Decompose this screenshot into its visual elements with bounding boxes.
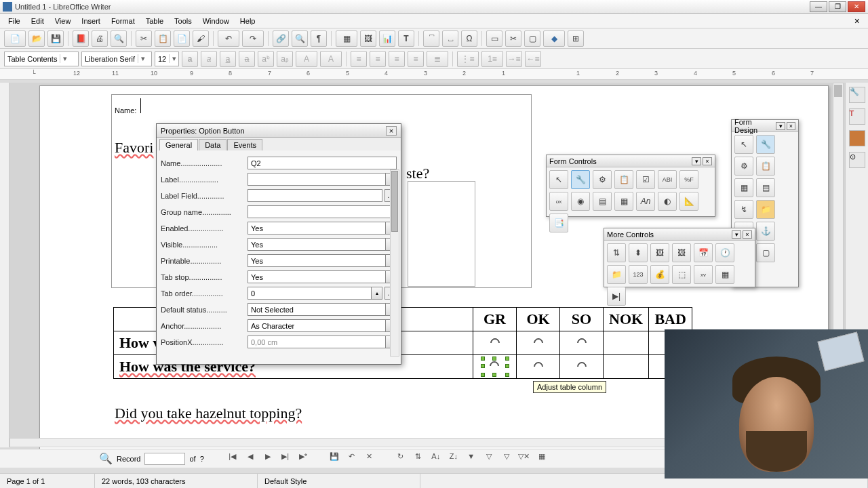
vertical-ruler[interactable] xyxy=(0,83,9,447)
align-left-button[interactable]: ≡ xyxy=(351,51,367,67)
menu-view[interactable]: View xyxy=(51,16,75,26)
bold-button[interactable]: a xyxy=(182,51,198,67)
panel-close-icon[interactable]: × xyxy=(743,230,752,239)
sidebar-gallery-icon[interactable] xyxy=(849,130,865,146)
super-button[interactable]: aᵇ xyxy=(258,51,274,67)
property-input[interactable]: Q2 xyxy=(248,157,397,169)
time-field-icon[interactable]: 🕐 xyxy=(715,243,734,262)
remove-filter-icon[interactable]: ▽✕ xyxy=(517,452,531,466)
image-button-icon[interactable]: 🖼 xyxy=(650,243,669,262)
properties-dialog[interactable]: Properties: Option Button × General Data… xyxy=(156,123,401,365)
nav-bar-icon[interactable]: ▶| xyxy=(607,287,626,306)
property-input[interactable]: 0 xyxy=(248,287,372,300)
activation-icon[interactable]: ↯ xyxy=(734,200,753,219)
header-button[interactable]: ⎴ xyxy=(423,30,439,47)
line-spacing-button[interactable]: ≣ xyxy=(427,51,448,67)
hyperlink-button[interactable]: 🔗 xyxy=(273,30,289,47)
spin-button-icon[interactable]: ⇅ xyxy=(607,243,626,262)
apply-filter-icon[interactable]: ▽ xyxy=(482,452,496,466)
property-input[interactable]: 0,00 cm xyxy=(248,336,386,348)
date-field-icon[interactable]: 📅 xyxy=(694,243,713,262)
grid-button[interactable]: ⊞ xyxy=(568,30,584,47)
close-button[interactable]: ✕ xyxy=(848,1,865,12)
strike-button[interactable]: a xyxy=(239,51,255,67)
design-mode-icon[interactable]: 🔧 xyxy=(756,135,775,154)
checkbox-icon[interactable]: ☑ xyxy=(636,170,655,189)
new-button[interactable]: 📄 xyxy=(4,30,26,47)
dialog-close-icon[interactable]: × xyxy=(386,126,397,136)
property-input[interactable]: Yes xyxy=(248,222,386,235)
save-button[interactable]: 💾 xyxy=(47,30,64,47)
textbox-button[interactable]: T xyxy=(398,30,414,47)
delete-record-icon[interactable]: ✕ xyxy=(363,452,376,466)
select-icon[interactable]: ↖ xyxy=(734,135,753,154)
option-button[interactable] xyxy=(473,331,517,355)
panel-dropdown-icon[interactable]: ▾ xyxy=(776,122,785,130)
tab-events[interactable]: Events xyxy=(227,139,262,150)
prev-record-icon[interactable]: ◀ xyxy=(243,452,257,466)
align-center-button[interactable]: ≡ xyxy=(370,51,386,67)
ole-button[interactable]: ▢ xyxy=(524,30,540,47)
font-name-combo[interactable]: Liberation Serif▾ xyxy=(81,52,152,66)
menu-format[interactable]: Format xyxy=(107,16,139,26)
textfield-icon[interactable]: ABI xyxy=(658,170,677,189)
last-record-icon[interactable]: ▶| xyxy=(279,452,292,466)
open-design-icon[interactable]: 📁 xyxy=(756,200,775,219)
table-button[interactable]: ▦ xyxy=(336,30,357,47)
align-right-button[interactable]: ≡ xyxy=(389,51,405,67)
menu-file[interactable]: File xyxy=(4,16,24,26)
status-style[interactable]: Default Style xyxy=(258,474,420,488)
tab-general[interactable]: General xyxy=(159,139,198,150)
form-filter-icon[interactable]: ▽ xyxy=(500,452,513,466)
paragraph-style-combo[interactable]: Table Contents▾ xyxy=(4,52,79,66)
property-input[interactable]: As Character xyxy=(248,319,386,332)
sort-asc-icon[interactable]: A↓ xyxy=(429,452,443,466)
status-page[interactable]: Page 1 of 1 xyxy=(0,474,95,488)
ungroup-icon[interactable]: ▢ xyxy=(756,243,775,262)
sub-button[interactable]: aᵦ xyxy=(277,51,293,67)
first-record-icon[interactable]: |◀ xyxy=(226,452,239,466)
break-button[interactable]: ✂ xyxy=(505,30,521,47)
paste-button[interactable]: 📄 xyxy=(174,30,190,47)
bullet-list-button[interactable]: ⋮≡ xyxy=(457,51,479,67)
shapes-button[interactable]: ◆ xyxy=(543,30,565,47)
image-button[interactable]: 🖼 xyxy=(360,30,376,47)
number-list-button[interactable]: 1≡ xyxy=(481,51,503,67)
tab-data[interactable]: Data xyxy=(199,139,226,150)
special-char-button[interactable]: Ω xyxy=(461,30,477,47)
underline-button[interactable]: a xyxy=(220,51,236,67)
option-button-icon[interactable]: ◉ xyxy=(571,192,590,211)
more-controls-panel[interactable]: More Controls▾× ⇅ ⬍ 🖼 🖼 📅 🕐 📁 123 💰 ⬚ xv… xyxy=(604,228,755,287)
refresh-icon[interactable]: ↻ xyxy=(394,452,408,466)
next-record-icon[interactable]: ▶ xyxy=(261,452,275,466)
currency-icon[interactable]: 💰 xyxy=(650,265,669,284)
menu-insert[interactable]: Insert xyxy=(77,16,104,26)
italic-button[interactable]: a xyxy=(201,51,217,67)
property-input[interactable]: Yes xyxy=(248,270,386,283)
select-tool-icon[interactable]: ↖ xyxy=(549,170,568,189)
sort-desc-icon[interactable]: Z↓ xyxy=(447,452,460,466)
option-button-selected[interactable] xyxy=(473,355,517,379)
file-selection-icon[interactable]: 📁 xyxy=(607,265,626,284)
option-button[interactable] xyxy=(560,355,604,379)
find-button[interactable]: 🔍 xyxy=(292,30,308,47)
option-button[interactable] xyxy=(517,355,560,379)
autofilter-icon[interactable]: ▼ xyxy=(465,452,478,466)
format-paintbrush-button[interactable]: 🖌 xyxy=(193,30,209,47)
indent-inc-button[interactable]: →≡ xyxy=(506,51,522,67)
sort-icon[interactable]: ⇅ xyxy=(412,452,425,466)
table-control-icon[interactable]: ▦ xyxy=(715,265,734,284)
form-props-icon[interactable]: 📋 xyxy=(614,170,633,189)
document-close-icon[interactable]: × xyxy=(850,14,864,28)
panel-close-icon[interactable]: × xyxy=(787,122,795,130)
design-mode-icon[interactable]: 🔧 xyxy=(571,170,590,189)
button-icon[interactable]: ox xyxy=(549,192,568,211)
combobox-icon[interactable]: ▦ xyxy=(614,192,633,211)
scrollbar-icon[interactable]: ⬍ xyxy=(629,243,648,262)
horizontal-ruler[interactable]: └ 12 11 10 9 8 7 6 5 4 3 2 1 1 2 3 4 5 6… xyxy=(0,69,868,80)
groupbox-icon[interactable]: xv xyxy=(694,265,713,284)
find-icon[interactable]: 🔍 xyxy=(99,452,113,465)
menu-help[interactable]: Help xyxy=(236,16,260,26)
property-input[interactable] xyxy=(248,205,397,218)
anchor-icon[interactable]: ⚓ xyxy=(756,222,775,241)
